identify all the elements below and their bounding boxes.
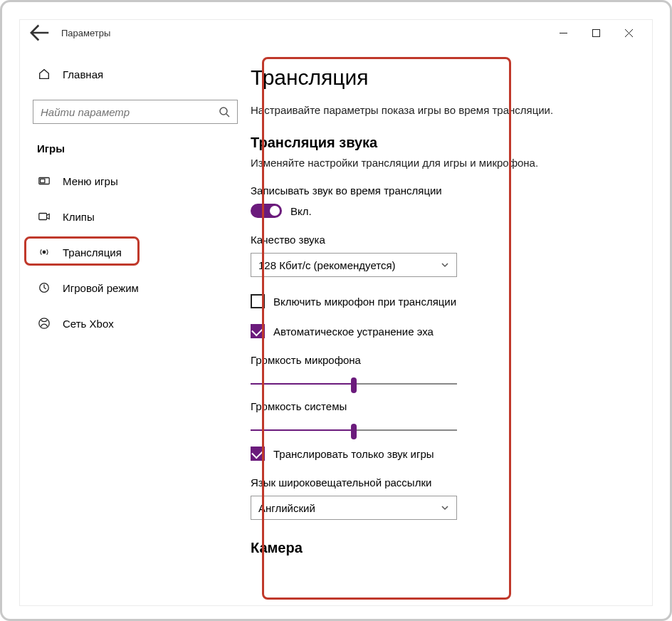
toggle-state-label: Вкл. — [290, 205, 312, 217]
record-audio-label: Записывать звук во время трансляции — [251, 184, 638, 197]
gamemode-icon — [37, 281, 51, 295]
broadcast-lang-label: Язык широковещательной рассылки — [251, 476, 638, 489]
enable-mic-row[interactable]: Включить микрофон при трансляции — [251, 294, 638, 308]
mic-volume-slider[interactable] — [251, 383, 457, 385]
search-icon — [219, 106, 230, 118]
search-input[interactable] — [41, 106, 219, 118]
game-only-checkbox[interactable] — [251, 447, 265, 461]
camera-section-heading: Камера — [251, 540, 638, 556]
main-panel: Трансляция Настраивайте параметры показа… — [251, 46, 652, 605]
select-value: Английский — [258, 502, 441, 514]
echo-cancel-checkbox[interactable] — [251, 324, 265, 338]
game-only-label: Транслировать только звук игры — [273, 448, 434, 460]
slider-fill — [251, 383, 354, 385]
broadcast-lang-select[interactable]: Английский — [251, 496, 457, 520]
settings-window: Параметры Главная Игры — [20, 20, 652, 605]
svg-point-4 — [220, 108, 227, 115]
sidebar-item-label: Главная — [63, 68, 103, 80]
sidebar-item-label: Сеть Xbox — [63, 318, 114, 330]
sidebar-item-broadcasting[interactable]: Трансляция — [33, 236, 238, 268]
mic-volume-label: Громкость микрофона — [251, 354, 638, 366]
titlebar: Параметры — [20, 20, 652, 46]
sidebar: Главная Игры Меню игры Клипы — [20, 46, 251, 605]
audio-quality-select[interactable]: 128 Кбит/с (рекомендуется) — [251, 253, 457, 277]
sidebar-item-gamemode[interactable]: Игровой режим — [33, 271, 238, 304]
record-audio-toggle-row: Вкл. — [251, 204, 638, 218]
search-box[interactable] — [33, 100, 238, 124]
enable-mic-checkbox[interactable] — [251, 294, 265, 308]
record-audio-toggle[interactable] — [251, 204, 282, 218]
xbox-icon — [37, 316, 51, 330]
sidebar-item-xbox[interactable]: Сеть Xbox — [33, 307, 238, 340]
select-value: 128 Кбит/с (рекомендуется) — [258, 259, 441, 271]
svg-rect-8 — [39, 214, 47, 220]
svg-point-11 — [39, 318, 49, 328]
slider-thumb[interactable] — [351, 424, 357, 439]
page-description: Настраивайте параметры показа игры во вр… — [251, 103, 638, 118]
gamebar-icon — [37, 174, 51, 188]
slider-fill — [251, 429, 354, 431]
svg-line-5 — [226, 114, 229, 117]
system-volume-label: Громкость системы — [251, 400, 638, 412]
sidebar-item-captures[interactable]: Клипы — [33, 200, 238, 233]
category-label: Игры — [33, 142, 238, 155]
sidebar-item-label: Трансляция — [63, 246, 122, 259]
home-icon — [37, 67, 51, 81]
svg-rect-1 — [592, 29, 599, 36]
echo-cancel-label: Автоматическое устранение эха — [273, 325, 434, 338]
audio-quality-label: Качество звука — [251, 234, 638, 246]
close-button[interactable] — [612, 22, 645, 43]
sidebar-item-label: Клипы — [63, 211, 95, 223]
svg-point-9 — [43, 251, 46, 254]
enable-mic-label: Включить микрофон при трансляции — [273, 296, 456, 308]
sidebar-item-home[interactable]: Главная — [33, 60, 238, 88]
chevron-down-icon — [441, 259, 449, 271]
back-button[interactable] — [30, 23, 50, 43]
window-body: Главная Игры Меню игры Клипы — [20, 46, 652, 605]
svg-rect-7 — [41, 179, 45, 182]
mic-volume-block: Громкость микрофона — [251, 354, 638, 385]
chevron-down-icon — [441, 502, 449, 514]
broadcast-icon — [37, 245, 51, 259]
game-only-row[interactable]: Транслировать только звук игры — [251, 447, 638, 461]
system-volume-block: Громкость системы — [251, 400, 638, 431]
sidebar-item-label: Меню игры — [63, 175, 118, 187]
slider-thumb[interactable] — [351, 377, 357, 393]
minimize-button[interactable] — [547, 22, 579, 43]
system-volume-slider[interactable] — [251, 429, 457, 431]
page-title: Трансляция — [251, 66, 638, 90]
main-content: Трансляция Настраивайте параметры показа… — [251, 66, 652, 556]
sidebar-item-label: Игровой режим — [63, 282, 139, 294]
toggle-knob — [270, 206, 280, 216]
window-controls — [547, 22, 645, 43]
echo-cancel-row[interactable]: Автоматическое устранение эха — [251, 324, 638, 338]
sidebar-item-gamebar[interactable]: Меню игры — [33, 165, 238, 197]
audio-section-desc: Изменяйте настройки трансляции для игры … — [251, 155, 638, 170]
audio-section-heading: Трансляция звука — [251, 135, 638, 151]
maximize-button[interactable] — [579, 22, 612, 43]
window-title: Параметры — [61, 28, 110, 38]
captures-icon — [37, 209, 51, 224]
